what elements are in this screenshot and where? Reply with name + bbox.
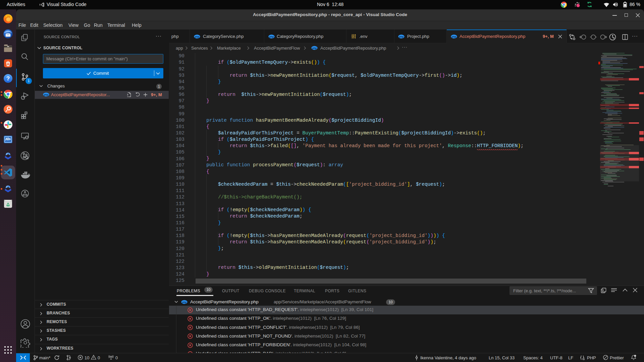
svg-text:php: php — [451, 35, 457, 38]
svg-text:php: php — [399, 35, 404, 38]
svg-text:php: php — [44, 93, 49, 96]
svg-text:php: php — [312, 47, 317, 50]
svg-text:A: A — [7, 62, 9, 66]
svg-text:php: php — [195, 35, 200, 38]
svg-text:?: ? — [6, 75, 10, 82]
svg-text:php: php — [269, 35, 274, 38]
svg-text:php: php — [182, 301, 187, 304]
